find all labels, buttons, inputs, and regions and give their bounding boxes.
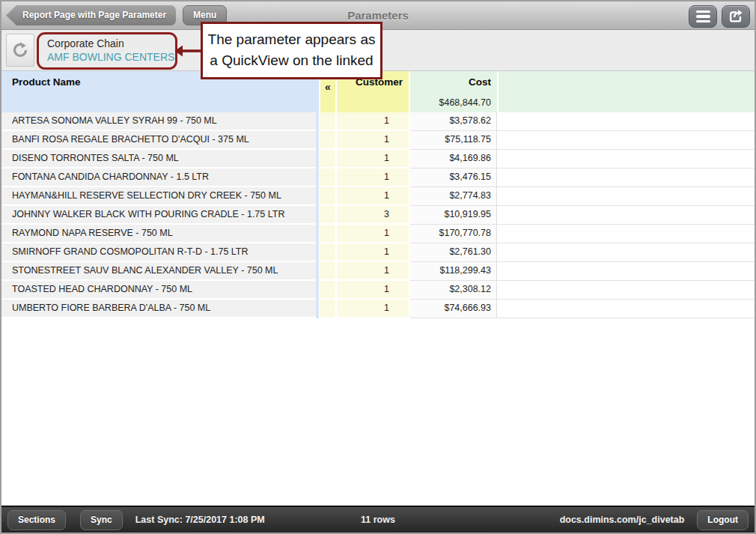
table-row[interactable]: ARTESA SONOMA VALLEY SYRAH 99 - 750 ML 1… <box>1 112 755 131</box>
cost-cell: $74,666.93 <box>409 300 497 318</box>
table-row[interactable]: TOASTED HEAD CHARDONNAY - 750 ML 1 $2,30… <box>1 281 755 300</box>
product-name-cell[interactable]: ARTESA SONOMA VALLEY SYRAH 99 - 750 ML <box>1 112 319 131</box>
server-label: docs.dimins.com/jc_divetab <box>560 515 685 525</box>
customer-cell: 3 <box>335 206 409 225</box>
sync-button[interactable]: Sync <box>80 510 123 530</box>
table-row[interactable]: UMBERTO FIORE BARBERA D'ALBA - 750 ML 1 … <box>1 300 755 318</box>
empty-cell <box>497 225 755 243</box>
customer-cell: 1 <box>335 262 409 281</box>
cost-cell: $10,919.95 <box>409 206 497 225</box>
collapse-spacer-cell <box>319 112 335 131</box>
product-name-cell[interactable]: UMBERTO FIORE BARBERA D'ALBA - 750 ML <box>1 300 319 318</box>
collapse-spacer-cell <box>319 243 335 262</box>
cost-total-value: $468,844.70 <box>410 97 491 108</box>
last-sync-label: Last Sync: 7/25/2017 1:08 PM <box>135 515 265 525</box>
empty-cell <box>497 112 755 131</box>
column-header-cost: Cost $468,844.70 <box>409 71 497 112</box>
customer-cell: 1 <box>335 243 409 262</box>
quickview-corporate-chain[interactable]: Corporate Chain AMF BOWLING CENTERS <box>37 32 177 70</box>
share-button[interactable] <box>722 5 750 28</box>
table-row[interactable]: RAYMOND NAPA RESERVE - 750 ML 1 $170,770… <box>1 225 755 243</box>
share-export-icon <box>728 8 744 25</box>
table-body: ARTESA SONOMA VALLEY SYRAH 99 - 750 ML 1… <box>1 112 755 318</box>
collapse-spacer-cell <box>319 281 335 300</box>
customer-cell: 1 <box>335 112 409 131</box>
table-row[interactable]: FONTANA CANDIDA CHARDONNAY - 1.5 LTR 1 $… <box>1 169 755 187</box>
quickview-label: Corporate Chain <box>47 37 175 49</box>
product-name-cell[interactable]: BANFI ROSA REGALE BRACHETTO D'ACQUI - 37… <box>1 131 319 150</box>
app-window: Report Page with Page Parameter Menu Par… <box>0 0 756 534</box>
empty-cell <box>497 281 755 300</box>
product-name-cell[interactable]: JOHNNY WALKER BLACK WITH POURING CRADLE … <box>1 206 319 225</box>
customer-cell: 1 <box>335 131 409 150</box>
cost-cell: $118,299.43 <box>409 262 497 281</box>
back-button[interactable]: Report Page with Page Parameter <box>6 5 176 25</box>
cost-cell: $170,770.78 <box>409 225 497 243</box>
empty-cell <box>497 131 755 150</box>
empty-cell <box>497 300 755 318</box>
empty-cell <box>497 262 755 281</box>
cost-cell: $3,476.15 <box>409 169 497 187</box>
collapse-spacer-cell <box>319 131 335 150</box>
chevron-double-left-icon: « <box>325 81 331 93</box>
annotation-line1: The parameter appears as <box>203 29 380 50</box>
quickview-value[interactable]: AMF BOWLING CENTERS <box>47 51 175 63</box>
product-name-cell[interactable]: TOASTED HEAD CHARDONNAY - 750 ML <box>1 281 319 300</box>
refresh-button[interactable] <box>6 34 34 67</box>
table-row[interactable]: HAYMAN&HILL RESERVE SELLECTION DRY CREEK… <box>1 187 755 206</box>
customer-cell: 1 <box>335 150 409 169</box>
logout-button[interactable]: Logout <box>697 510 749 530</box>
product-name-cell[interactable]: HAYMAN&HILL RESERVE SELLECTION DRY CREEK… <box>1 187 319 206</box>
sections-button[interactable]: Sections <box>7 510 66 530</box>
collapse-spacer-cell <box>319 169 335 187</box>
table-row[interactable]: JOHNNY WALKER BLACK WITH POURING CRADLE … <box>1 206 755 225</box>
cost-header-label: Cost <box>410 76 491 88</box>
empty-cell <box>497 206 755 225</box>
table-row[interactable]: SMIRNOFF GRAND COSMOPOLITAN R-T-D - 1.75… <box>1 243 755 262</box>
empty-cell <box>497 243 755 262</box>
table-row[interactable]: BANFI ROSA REGALE BRACHETTO D'ACQUI - 37… <box>1 131 755 150</box>
cost-cell: $3,578.62 <box>409 112 497 131</box>
product-name-cell[interactable]: STONESTREET SAUV BLANC ALEXANDER VALLEY … <box>1 262 319 281</box>
annotation-callout: The parameter appears as a QuickView on … <box>201 22 382 79</box>
topbar-actions <box>689 5 750 28</box>
customer-cell: 1 <box>335 300 409 318</box>
product-name-cell[interactable]: RAYMOND NAPA RESERVE - 750 ML <box>1 225 319 243</box>
cost-cell: $2,761.30 <box>409 243 497 262</box>
empty-cell <box>497 150 755 169</box>
product-name-cell[interactable]: FONTANA CANDIDA CHARDONNAY - 1.5 LTR <box>1 169 319 187</box>
product-name-cell[interactable]: SMIRNOFF GRAND COSMOPOLITAN R-T-D - 1.75… <box>1 243 319 262</box>
product-name-cell[interactable]: DISENO TORRONTES SALTA - 750 ML <box>1 150 319 169</box>
column-header-empty <box>497 71 755 112</box>
cost-cell: $2,774.83 <box>409 187 497 206</box>
empty-cell <box>497 187 755 206</box>
hamburger-icon <box>696 10 710 13</box>
customer-cell: 1 <box>335 281 409 300</box>
annotation-line2: a QuickView on the linked <box>203 50 380 71</box>
collapse-spacer-cell <box>319 262 335 281</box>
collapse-spacer-cell <box>319 187 335 206</box>
table-row[interactable]: DISENO TORRONTES SALTA - 750 ML 1 $4,169… <box>1 150 755 169</box>
table-row[interactable]: STONESTREET SAUV BLANC ALEXANDER VALLEY … <box>1 262 755 281</box>
collapse-spacer-cell <box>319 150 335 169</box>
cost-cell: $75,118.75 <box>409 131 497 150</box>
collapse-spacer-cell <box>319 300 335 318</box>
hamburger-menu-button[interactable] <box>689 5 717 28</box>
annotation-arrow-icon <box>174 43 203 58</box>
cost-cell: $4,169.86 <box>409 150 497 169</box>
customer-cell: 1 <box>335 169 409 187</box>
customer-cell: 1 <box>335 225 409 243</box>
cost-cell: $2,308.12 <box>409 281 497 300</box>
empty-cell <box>497 169 755 187</box>
bottom-bar: Sections Sync Last Sync: 7/25/2017 1:08 … <box>1 506 755 533</box>
collapse-spacer-cell <box>319 225 335 243</box>
collapse-spacer-cell <box>319 206 335 225</box>
refresh-icon <box>10 40 31 61</box>
customer-cell: 1 <box>335 187 409 206</box>
